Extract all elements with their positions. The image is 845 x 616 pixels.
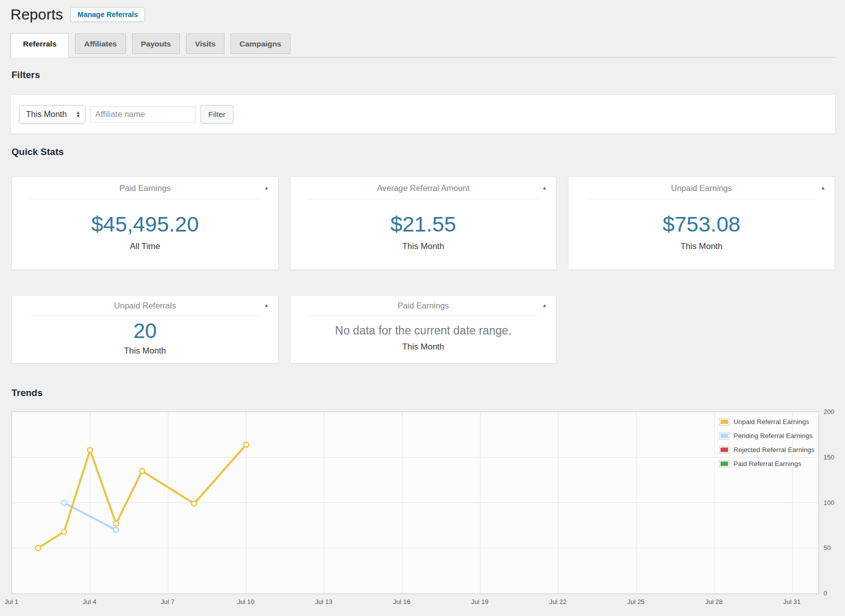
stat-value: $45,495.20 bbox=[91, 214, 198, 235]
data-point bbox=[114, 521, 118, 526]
collapse-toggle-icon[interactable]: ▲ bbox=[264, 186, 269, 190]
x-tick-label: Jul 1 bbox=[4, 598, 18, 606]
data-point bbox=[62, 500, 66, 506]
stat-value: 20 bbox=[134, 320, 157, 342]
filter-box: This Month ▲▼ Filter bbox=[10, 94, 836, 134]
legend-label: Pending Referral Earnings bbox=[734, 432, 812, 440]
collapse-toggle-icon[interactable]: ▲ bbox=[264, 303, 269, 308]
trends-heading: Trends bbox=[12, 388, 42, 398]
select-arrows-icon: ▲▼ bbox=[76, 111, 80, 118]
legend-swatch bbox=[720, 446, 729, 453]
stat-card-header: Paid Earnings▲ bbox=[12, 177, 278, 199]
x-tick-label: Jul 22 bbox=[549, 598, 566, 606]
title-row: Reports Manage Referrals bbox=[10, 5, 145, 24]
stat-card-body: $21.55This Month bbox=[290, 200, 556, 270]
filter-button[interactable]: Filter bbox=[200, 105, 234, 124]
stat-period: This Month bbox=[402, 342, 444, 352]
y-tick-label: 50 bbox=[824, 544, 830, 552]
quick-stats-heading: Quick Stats bbox=[12, 146, 64, 158]
y-tick-label: 150 bbox=[824, 453, 834, 460]
trends-chart: Unpaid Referral EarningsPending Referral… bbox=[12, 412, 819, 594]
stat-card: Average Referral Amount▲$21.55This Month bbox=[290, 176, 556, 270]
collapse-toggle-icon[interactable]: ▲ bbox=[542, 186, 547, 190]
tab-payouts[interactable]: Payouts bbox=[132, 34, 180, 54]
chart-canvas bbox=[12, 412, 818, 594]
data-point bbox=[36, 546, 40, 550]
stat-card-body: No data for the current date range.This … bbox=[290, 316, 556, 363]
stat-card-title: Paid Earnings bbox=[120, 184, 171, 193]
stat-period: This Month bbox=[124, 346, 166, 356]
legend-item: Paid Referral Earnings bbox=[720, 458, 814, 469]
x-tick-label: Jul 31 bbox=[784, 598, 801, 606]
stat-card-header: Unpaid Earnings▲ bbox=[568, 177, 834, 199]
x-tick-label: Jul 19 bbox=[471, 598, 488, 606]
data-point bbox=[140, 468, 144, 474]
x-tick-label: Jul 16 bbox=[393, 598, 410, 606]
data-point bbox=[88, 448, 92, 452]
y-tick-label: 100 bbox=[824, 498, 834, 506]
x-tick-label: Jul 7 bbox=[160, 598, 174, 606]
stat-card-header: Paid Earnings▲ bbox=[290, 296, 556, 316]
stat-period: All Time bbox=[130, 242, 160, 252]
collapse-toggle-icon[interactable]: ▲ bbox=[820, 186, 826, 190]
data-point bbox=[114, 528, 118, 532]
tab-bar: ReferralsAffiliatesPayoutsVisitsCampaign… bbox=[10, 33, 836, 58]
stat-card: Paid Earnings▲$45,495.20All Time bbox=[12, 176, 278, 270]
stat-card: Paid Earnings▲No data for the current da… bbox=[290, 295, 556, 364]
stat-card-header: Unpaid Referrals▲ bbox=[12, 296, 278, 316]
chart-legend: Unpaid Referral EarningsPending Referral… bbox=[720, 416, 814, 469]
y-tick-label: 200 bbox=[824, 408, 834, 416]
chart-y-axis: 050100150200 bbox=[824, 412, 844, 594]
stat-card-title: Unpaid Referrals bbox=[114, 301, 176, 310]
data-point bbox=[244, 442, 248, 447]
legend-swatch bbox=[720, 432, 729, 439]
series-unpaid-referral-earnings bbox=[36, 442, 248, 550]
stat-card-title: Average Referral Amount bbox=[377, 184, 470, 193]
stat-period: This Month bbox=[402, 242, 444, 252]
stat-value: $753.08 bbox=[662, 214, 740, 235]
legend-item: Rejected Referral Earnings bbox=[720, 444, 814, 455]
stat-card-title: Paid Earnings bbox=[398, 301, 449, 310]
stat-card-body: 20This Month bbox=[12, 316, 278, 363]
x-tick-label: Jul 13 bbox=[315, 598, 332, 606]
stat-period: This Month bbox=[680, 242, 722, 252]
x-tick-label: Jul 25 bbox=[627, 598, 644, 606]
legend-label: Rejected Referral Earnings bbox=[734, 446, 814, 454]
x-tick-label: Jul 10 bbox=[237, 598, 254, 606]
legend-swatch bbox=[720, 460, 729, 467]
stat-card-title: Unpaid Earnings bbox=[671, 184, 732, 193]
tab-campaigns[interactable]: Campaigns bbox=[230, 34, 290, 54]
no-data-message: No data for the current date range. bbox=[335, 324, 512, 338]
tab-affiliates[interactable]: Affiliates bbox=[75, 34, 126, 54]
stat-value: $21.55 bbox=[390, 214, 456, 235]
collapse-toggle-icon[interactable]: ▲ bbox=[542, 303, 547, 308]
chart-x-axis: Jul 1Jul 4Jul 7Jul 10Jul 13Jul 16Jul 19J… bbox=[12, 598, 819, 608]
page-title: Reports bbox=[10, 5, 63, 24]
tab-visits[interactable]: Visits bbox=[186, 34, 224, 54]
date-range-select[interactable]: This Month ▲▼ bbox=[19, 105, 86, 124]
stat-card-header: Average Referral Amount▲ bbox=[290, 177, 556, 199]
stat-card-body: $45,495.20All Time bbox=[12, 200, 278, 270]
data-point bbox=[192, 501, 196, 506]
filters-heading: Filters bbox=[12, 70, 40, 80]
affiliate-name-input[interactable] bbox=[90, 106, 196, 122]
tab-referrals[interactable]: Referrals bbox=[10, 33, 69, 58]
stat-card-body: $753.08This Month bbox=[568, 200, 834, 270]
manage-referrals-button[interactable]: Manage Referrals bbox=[70, 7, 145, 22]
y-tick-label: 0 bbox=[824, 590, 827, 597]
legend-label: Unpaid Referral Earnings bbox=[734, 418, 810, 426]
x-tick-label: Jul 28 bbox=[706, 598, 723, 606]
stat-card: Unpaid Earnings▲$753.08This Month bbox=[568, 176, 835, 270]
legend-item: Pending Referral Earnings bbox=[720, 430, 814, 441]
data-point bbox=[62, 530, 66, 534]
stat-card: Unpaid Referrals▲20This Month bbox=[12, 295, 278, 364]
legend-swatch bbox=[720, 418, 729, 425]
legend-item: Unpaid Referral Earnings bbox=[720, 416, 814, 427]
date-range-value: This Month bbox=[26, 110, 67, 119]
legend-label: Paid Referral Earnings bbox=[734, 460, 802, 468]
x-tick-label: Jul 4 bbox=[82, 598, 96, 606]
